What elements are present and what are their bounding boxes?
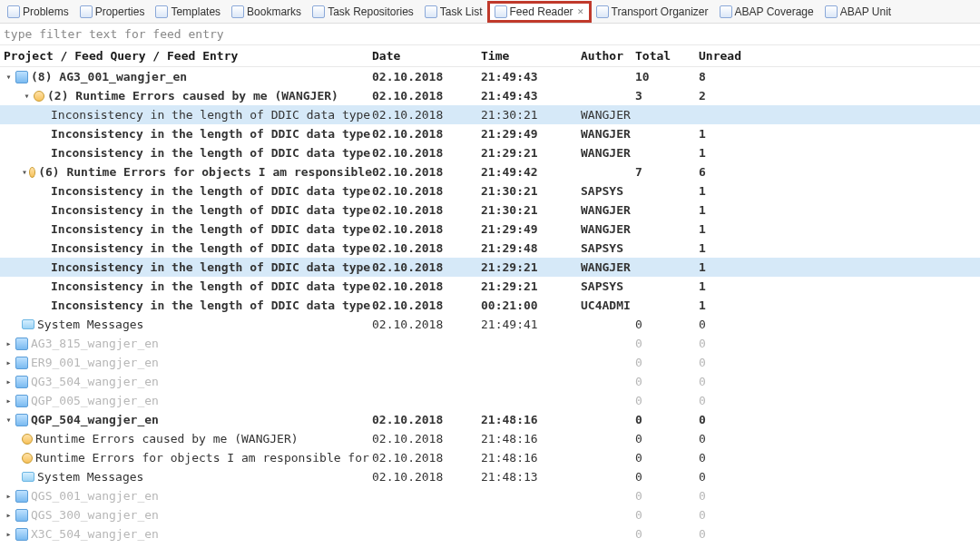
tree-row-feed-entry[interactable]: Inconsistency in the length of DDIC data… [0, 296, 980, 315]
tree-row-project[interactable]: ▸QGP_005_wangjer_en00 [0, 391, 980, 410]
col-header-unread[interactable]: Unread [699, 49, 771, 63]
tab-task-repositories[interactable]: Task Repositories [307, 3, 419, 21]
filter-input[interactable]: type filter text for feed entry [0, 24, 980, 44]
feed-tree[interactable]: ▾(8) AG3_001_wangjer_en02.10.201821:49:4… [0, 67, 980, 543]
twistie-closed-icon[interactable]: ▸ [4, 510, 14, 520]
tab-properties[interactable]: Properties [74, 3, 151, 21]
cell-total: 0 [635, 527, 699, 541]
col-header-time[interactable]: Time [481, 49, 581, 63]
cell-project: Inconsistency in the length of DDIC data… [0, 108, 372, 122]
tree-row-feed-query[interactable]: Runtime Errors for objects I am responsi… [0, 448, 980, 467]
cell-time: 21:29:21 [481, 146, 581, 160]
cell-unread: 1 [699, 260, 771, 274]
twistie-closed-icon[interactable]: ▸ [4, 529, 14, 539]
row-label: Inconsistency in the length of DDIC data… [51, 279, 370, 293]
runtime-error-feed-icon [22, 453, 33, 464]
cell-total: 0 [635, 451, 699, 465]
col-header-author[interactable]: Author [581, 49, 635, 63]
tree-row-feed-entry[interactable]: Inconsistency in the length of DDIC data… [0, 181, 980, 201]
cell-total: 10 [635, 70, 699, 83]
close-icon[interactable]: ✕ [577, 7, 584, 16]
cell-total: 7 [635, 165, 699, 179]
project-icon [15, 414, 28, 426]
tab-task-list[interactable]: Task List [419, 3, 488, 21]
view-icon [596, 5, 609, 18]
cell-project: Runtime Errors for objects I am responsi… [0, 451, 372, 465]
tree-row-project[interactable]: ▾QGP_504_wangjer_en02.10.201821:48:1600 [0, 410, 980, 429]
twistie-open-icon[interactable]: ▾ [22, 167, 27, 177]
cell-author: WANGJER [581, 203, 635, 217]
cell-unread: 0 [699, 508, 771, 522]
tree-header: Project / Feed Query / Feed Entry Date T… [0, 44, 980, 67]
cell-author: UC4ADMI [581, 298, 635, 312]
cell-date: 02.10.2018 [372, 298, 481, 312]
view-icon [231, 5, 244, 18]
twistie-open-icon[interactable]: ▾ [4, 415, 14, 425]
twistie-closed-icon[interactable]: ▸ [4, 357, 14, 367]
cell-unread: 1 [699, 127, 771, 141]
tree-row-feed-entry[interactable]: Inconsistency in the length of DDIC data… [0, 220, 980, 239]
view-icon [495, 5, 507, 18]
twistie-closed-icon[interactable]: ▸ [4, 396, 14, 406]
tree-row-project[interactable]: ▾(8) AG3_001_wangjer_en02.10.201821:49:4… [0, 67, 980, 86]
tree-row-project[interactable]: ▸X3C_504_wangjer_en00 [0, 524, 980, 543]
tree-row-system-messages[interactable]: System Messages02.10.201821:49:4100 [0, 315, 980, 334]
tab-templates[interactable]: Templates [150, 3, 226, 21]
tab-problems[interactable]: Problems [2, 3, 74, 21]
tree-row-project[interactable]: ▸QGS_001_wangjer_en00 [0, 486, 980, 505]
twistie-open-icon[interactable]: ▾ [22, 91, 32, 101]
tab-transport-organizer[interactable]: Transport Organizer [591, 3, 714, 21]
row-label: QGP_005_wangjer_en [31, 394, 159, 407]
cell-time: 21:30:21 [481, 108, 581, 122]
tree-row-feed-entry[interactable]: Inconsistency in the length of DDIC data… [0, 277, 980, 296]
col-header-date[interactable]: Date [372, 49, 481, 63]
cell-unread: 0 [699, 470, 771, 484]
tree-row-feed-query[interactable]: Runtime Errors caused by me (WANGJER)02.… [0, 429, 980, 448]
tree-row-project[interactable]: ▸ER9_001_wangjer_en00 [0, 353, 980, 372]
tree-row-system-messages[interactable]: System Messages02.10.201821:48:1300 [0, 467, 980, 486]
cell-unread: 1 [699, 146, 771, 160]
project-icon [15, 490, 28, 503]
cell-total: 0 [635, 508, 699, 522]
row-label: Inconsistency in the length of DDIC data… [51, 146, 370, 160]
cell-project: Inconsistency in the length of DDIC data… [0, 298, 372, 312]
tree-row-project[interactable]: ▸AG3_815_wangjer_en00 [0, 334, 980, 353]
col-header-project[interactable]: Project / Feed Query / Feed Entry [0, 49, 372, 63]
tab-bookmarks[interactable]: Bookmarks [226, 3, 307, 21]
cell-project: Inconsistency in the length of DDIC data… [0, 241, 372, 255]
project-icon [15, 71, 28, 83]
tab-label: Task List [440, 5, 483, 18]
twistie-closed-icon[interactable]: ▸ [4, 377, 14, 387]
tab-abap-unit[interactable]: ABAP Unit [819, 3, 897, 21]
cell-project: Inconsistency in the length of DDIC data… [0, 127, 372, 141]
col-header-total[interactable]: Total [635, 49, 699, 63]
tree-row-feed-entry[interactable]: Inconsistency in the length of DDIC data… [0, 258, 980, 277]
runtime-error-feed-icon [34, 91, 44, 102]
cell-unread: 0 [699, 413, 771, 426]
tree-row-feed-entry[interactable]: Inconsistency in the length of DDIC data… [0, 143, 980, 162]
tree-row-feed-entry[interactable]: Inconsistency in the length of DDIC data… [0, 201, 980, 220]
tree-row-project[interactable]: ▸QG3_504_wangjer_en00 [0, 372, 980, 391]
tab-label: Bookmarks [247, 5, 301, 18]
tree-row-feed-entry[interactable]: Inconsistency in the length of DDIC data… [0, 239, 980, 258]
twistie-closed-icon[interactable]: ▸ [4, 491, 14, 501]
twistie-closed-icon[interactable]: ▸ [4, 338, 14, 348]
tree-row-feed-entry[interactable]: Inconsistency in the length of DDIC data… [0, 105, 980, 124]
tree-row-feed-query[interactable]: ▾(6) Runtime Errors for objects I am res… [0, 162, 980, 181]
cell-date: 02.10.2018 [372, 279, 481, 293]
twistie-open-icon[interactable]: ▾ [4, 72, 14, 82]
tree-row-feed-query[interactable]: ▾(2) Runtime Errors caused by me (WANGJE… [0, 86, 980, 105]
project-icon [15, 338, 28, 350]
project-icon [15, 395, 28, 407]
project-icon [15, 376, 28, 388]
cell-total: 0 [635, 489, 699, 503]
cell-date: 02.10.2018 [372, 413, 481, 426]
tab-feed-reader[interactable]: Feed Reader✕ [488, 2, 591, 22]
tab-abap-coverage[interactable]: ABAP Coverage [714, 3, 819, 21]
cell-unread: 0 [699, 356, 771, 369]
cell-date: 02.10.2018 [372, 451, 481, 465]
cell-unread: 1 [699, 184, 771, 198]
tree-row-feed-entry[interactable]: Inconsistency in the length of DDIC data… [0, 124, 980, 143]
cell-unread: 0 [699, 337, 771, 350]
tree-row-project[interactable]: ▸QGS_300_wangjer_en00 [0, 505, 980, 524]
